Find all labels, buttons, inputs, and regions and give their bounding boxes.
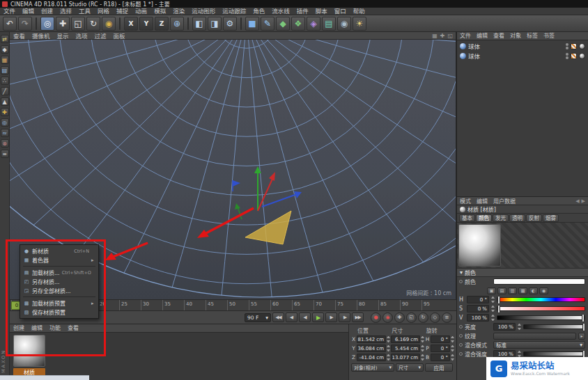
- menu-separator[interactable]: [23, 266, 95, 267]
- rotate-tool-icon[interactable]: ↻: [86, 17, 100, 31]
- color-swatch[interactable]: [493, 278, 585, 285]
- mm-menu-function[interactable]: 功能: [46, 324, 64, 332]
- spinner[interactable]: [451, 345, 454, 351]
- toolbar-separator[interactable]: [240, 17, 242, 30]
- spinner[interactable]: [491, 296, 495, 303]
- menu-item-save-material-preset[interactable]: ▨ 保存材质预置: [20, 308, 98, 317]
- render-settings-icon[interactable]: ⚙: [223, 17, 237, 31]
- viewport-pan-icon[interactable]: ✚: [440, 33, 445, 39]
- om-menu-edit[interactable]: 编辑: [474, 32, 490, 40]
- autokey-button[interactable]: ◉: [382, 312, 393, 323]
- redo-icon[interactable]: ↷: [18, 17, 32, 31]
- am-menu-mode[interactable]: 模式: [457, 197, 474, 205]
- material-tag-icon[interactable]: [579, 43, 585, 49]
- brightness-slider[interactable]: [523, 324, 585, 329]
- add-light-icon[interactable]: ☀: [353, 17, 366, 31]
- tab-luminance[interactable]: 发光: [493, 214, 509, 222]
- spinner[interactable]: [491, 315, 495, 321]
- animation-dot-icon[interactable]: [459, 334, 463, 338]
- menu-mesh[interactable]: 网格: [94, 8, 113, 15]
- texture-mode-icon[interactable]: ▦: [1, 56, 9, 64]
- rotation-field[interactable]: 0 °: [431, 335, 450, 343]
- lock-z-axis-button[interactable]: Z: [155, 17, 169, 31]
- add-cube-icon[interactable]: ■: [245, 17, 259, 31]
- viewport-maximize-icon[interactable]: ◱: [447, 33, 453, 39]
- last-tool-icon[interactable]: ◉: [102, 17, 116, 31]
- mm-menu-view[interactable]: 查看: [64, 324, 82, 332]
- apply-button[interactable]: 应用: [425, 363, 453, 372]
- visibility-dots[interactable]: [566, 53, 568, 59]
- texture-field[interactable]: [493, 333, 576, 340]
- color-section-header[interactable]: ▾ 颜色: [457, 269, 588, 277]
- polygons-mode-icon[interactable]: ▲: [1, 97, 9, 106]
- spinner[interactable]: [387, 345, 390, 351]
- spinner[interactable]: [387, 336, 390, 342]
- vp-menu-view[interactable]: 查看: [10, 31, 29, 40]
- spinner[interactable]: [451, 336, 454, 342]
- viewport-grid-icon[interactable]: ▦: [432, 33, 438, 39]
- goto-start-button[interactable]: ◀◀: [272, 312, 284, 322]
- mix-mode-select[interactable]: 标准 ▾: [493, 341, 585, 349]
- rotation-field[interactable]: 0 °: [431, 345, 450, 352]
- menu-render[interactable]: 渲染: [169, 8, 188, 15]
- menu-snap[interactable]: 捕捉: [113, 8, 132, 15]
- kelvin-mode-icon[interactable]: ◐: [529, 287, 538, 294]
- keyframe-position-toggle[interactable]: ✚: [394, 312, 405, 323]
- hsv-mode-icon[interactable]: ▦: [518, 287, 527, 294]
- animation-dot-icon[interactable]: [459, 280, 463, 283]
- locked-workplane-icon[interactable]: ⊗: [1, 139, 9, 148]
- tab-reflectance[interactable]: 反射: [526, 214, 542, 222]
- texture-browse-button[interactable]: ▸: [578, 333, 585, 340]
- animation-dot-icon[interactable]: [459, 325, 463, 328]
- lock-y-axis-button[interactable]: Y: [139, 17, 153, 31]
- prev-key-button[interactable]: ◀·: [286, 312, 297, 322]
- vp-menu-panel[interactable]: 面板: [110, 31, 129, 40]
- spinner[interactable]: [387, 354, 390, 361]
- tab-basic[interactable]: 基本: [459, 214, 475, 222]
- am-menu-userdata[interactable]: 用户数据: [490, 197, 518, 205]
- mix-strength-slider[interactable]: [523, 351, 585, 356]
- vp-menu-options[interactable]: 选项: [72, 31, 91, 40]
- coordinate-system-icon[interactable]: ⊕: [170, 17, 184, 31]
- menu-item-shader[interactable]: ▦ 着色器 ▸: [20, 255, 98, 264]
- picker-mode-icon[interactable]: ◉: [539, 287, 548, 294]
- toolbar-separator[interactable]: [119, 17, 121, 30]
- live-selection-icon[interactable]: ◎: [40, 17, 54, 31]
- edges-mode-icon[interactable]: ╱: [1, 87, 9, 95]
- prev-frame-button[interactable]: ◀: [299, 312, 311, 322]
- menu-select[interactable]: 选择: [56, 8, 75, 15]
- spectrum-mode-icon[interactable]: ▤: [497, 287, 506, 294]
- model-mode-icon[interactable]: ◆: [1, 45, 9, 54]
- render-region-icon[interactable]: ◨: [208, 17, 222, 31]
- uvw-tag-icon[interactable]: [571, 43, 577, 49]
- keyframe-parameter-toggle[interactable]: ◇: [430, 312, 440, 323]
- spinner[interactable]: [518, 324, 521, 330]
- spinner[interactable]: [421, 354, 424, 361]
- add-spline-icon[interactable]: ✎: [261, 17, 274, 31]
- coord-mode-select[interactable]: 对象(相对) ▾: [351, 363, 394, 372]
- animation-dot-icon[interactable]: [459, 343, 463, 347]
- lock-x-axis-button[interactable]: X: [124, 17, 138, 31]
- menu-file[interactable]: 文件: [0, 8, 19, 15]
- layer-icon[interactable]: ≡: [1, 150, 9, 158]
- menu-help[interactable]: 帮助: [350, 8, 369, 15]
- size-field[interactable]: 6.169 cm: [391, 335, 420, 343]
- goto-end-button[interactable]: ▶▶: [352, 312, 364, 322]
- animation-dot-icon[interactable]: [459, 352, 463, 356]
- menu-script[interactable]: 脚本: [312, 8, 331, 15]
- menu-simulate[interactable]: 模拟: [150, 8, 169, 15]
- menu-edit[interactable]: 编辑: [19, 8, 38, 15]
- scale-tool-icon[interactable]: ◱: [71, 17, 85, 31]
- menu-item-load-material-preset[interactable]: ▩ 加载材质预置 ▸: [20, 299, 98, 308]
- vp-menu-cameras[interactable]: 摄像机: [29, 31, 54, 40]
- mm-menu-create[interactable]: 创建: [10, 324, 28, 332]
- material-list[interactable]: 材质: [10, 333, 348, 380]
- om-menu-view[interactable]: 查看: [490, 32, 507, 40]
- saturation-slider[interactable]: [497, 306, 585, 311]
- position-field[interactable]: -41.04 cm: [357, 354, 386, 361]
- material-tag-icon[interactable]: [579, 53, 585, 59]
- om-menu-tags[interactable]: 标签: [524, 32, 541, 40]
- material-thumbnail[interactable]: [13, 335, 45, 367]
- hue-slider[interactable]: [497, 297, 585, 302]
- spinner[interactable]: [421, 345, 424, 351]
